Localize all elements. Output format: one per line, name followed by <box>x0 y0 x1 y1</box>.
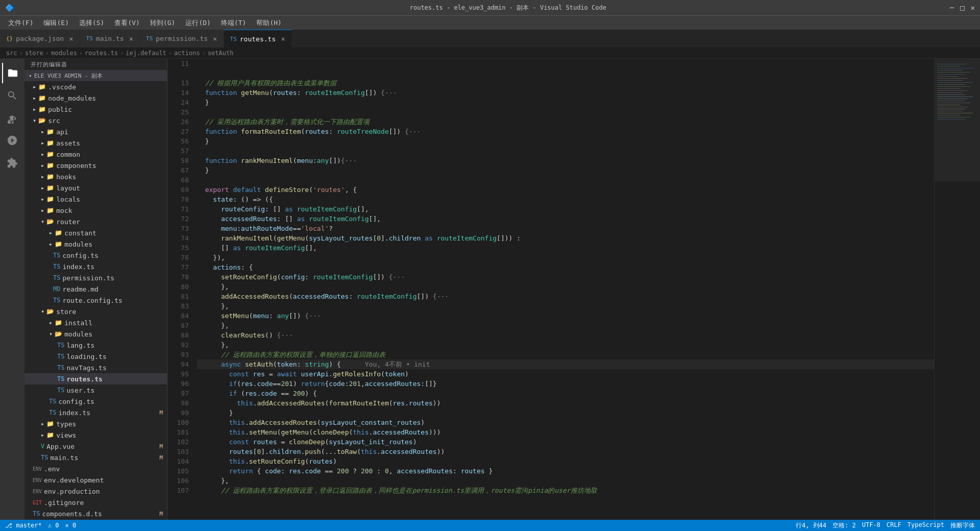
menu-view[interactable]: 查看(V) <box>110 17 143 29</box>
tree-label: navTags.ts <box>66 364 106 372</box>
tree-mock[interactable]: ▸ 📁 mock <box>24 205 167 216</box>
tree-layout[interactable]: ▸ 📁 layout <box>24 182 167 194</box>
minimize-button[interactable]: ─ <box>950 4 954 12</box>
breadcrumb-modules[interactable]: modules <box>51 50 77 57</box>
code-lines[interactable]: // 根据用户具有权限的路由表生成菜单数据 function getMenu(r… <box>193 59 934 520</box>
tree-env-dev[interactable]: ENV env.development <box>24 474 167 486</box>
tree-routes-ts-active[interactable]: TS routes.ts <box>24 373 167 384</box>
tab-close-package[interactable]: × <box>69 35 73 43</box>
code-line-68 <box>197 175 934 185</box>
extensions-icon[interactable] <box>2 153 22 173</box>
menu-file[interactable]: 文件(F) <box>4 17 37 29</box>
chevron-down-icon: ▾ <box>29 73 32 79</box>
tree-hooks[interactable]: ▸ 📁 hooks <box>24 171 167 182</box>
status-position[interactable]: 行4, 列44 <box>796 521 826 530</box>
code-line-69: export default defineStore('routes', { <box>197 185 934 195</box>
code-editor[interactable]: 11 13 14 24 25 26 27 56 57 58 67 68 69 7… <box>167 59 980 520</box>
ts-file-icon: TS <box>49 409 56 416</box>
tree-types[interactable]: ▸ 📁 types <box>24 418 167 429</box>
tree-locals[interactable]: ▸ 📁 locals <box>24 194 167 205</box>
tree-store[interactable]: ▾ 📂 store <box>24 306 167 317</box>
status-encoding[interactable]: UTF-8 <box>862 521 880 530</box>
tree-common[interactable]: ▸ 📁 common <box>24 149 167 160</box>
tree-public[interactable]: ▸ 📁 public <box>24 104 167 115</box>
tree-assets[interactable]: ▸ 📁 assets <box>24 137 167 149</box>
status-branch[interactable]: ⎇ master* <box>5 522 42 529</box>
tree-modules-store[interactable]: ▾ 📂 modules <box>24 328 167 340</box>
file-tree[interactable]: ▸ 📁 .vscode ▸ 📁 node_modules ▸ 📁 public … <box>24 81 167 520</box>
tree-components-dts[interactable]: TS components.d.ts M <box>24 508 167 519</box>
tree-config-ts-router[interactable]: TS config.ts <box>24 250 167 261</box>
git-icon[interactable] <box>2 108 22 128</box>
tree-main-ts[interactable]: TS main.ts M <box>24 452 167 463</box>
tree-config-ts-store[interactable]: TS config.ts <box>24 396 167 407</box>
tree-components[interactable]: ▸ 📁 components <box>24 160 167 171</box>
tree-permission-ts[interactable]: TS permission.ts <box>24 272 167 283</box>
tab-close-main[interactable]: × <box>129 35 133 43</box>
maximize-button[interactable]: □ <box>960 4 964 12</box>
status-spaces[interactable]: 空格: 2 <box>832 521 856 530</box>
tree-lang-ts[interactable]: TS lang.ts <box>24 340 167 351</box>
tree-index-ts-router[interactable]: TS index.ts <box>24 261 167 272</box>
search-icon[interactable] <box>2 85 22 106</box>
tree-app-vue[interactable]: V App.vue M <box>24 441 167 452</box>
code-line-92: }, <box>197 340 934 350</box>
tree-modules-router[interactable]: ▸ 📁 modules <box>24 238 167 250</box>
breadcrumb-routes[interactable]: routes.ts <box>85 50 118 57</box>
explorer-icon[interactable] <box>2 63 22 83</box>
breadcrumb-store[interactable]: store <box>25 50 43 57</box>
menu-terminal[interactable]: 终端(T) <box>217 17 250 29</box>
tree-node-modules[interactable]: ▸ 📁 node_modules <box>24 92 167 104</box>
tab-routes-ts[interactable]: TS routes.ts × <box>224 30 292 47</box>
status-language[interactable]: TypeScript <box>908 521 944 530</box>
activity-bar <box>0 59 24 520</box>
menu-help[interactable]: 帮助(H) <box>252 17 285 29</box>
window-controls[interactable]: ─ □ ✕ <box>950 4 975 12</box>
status-line-ending[interactable]: CRLF <box>887 521 901 530</box>
tree-index-ts-store[interactable]: TS index.ts M <box>24 407 167 418</box>
tab-label-package: package.json <box>16 35 64 42</box>
tree-install[interactable]: ▸ 📁 install <box>24 317 167 328</box>
tab-close-routes[interactable]: × <box>281 35 285 43</box>
tree-env[interactable]: ENV .env <box>24 463 167 474</box>
breadcrumb-setauth[interactable]: setAuth <box>208 50 234 57</box>
project-header[interactable]: ▾ ELE VUE3 ADMIN - 副本 <box>24 70 167 81</box>
tree-gitignore[interactable]: GIT .gitignore <box>24 497 167 508</box>
breadcrumb-actions[interactable]: actions <box>174 50 200 57</box>
git-file-icon: GIT <box>33 500 42 505</box>
tab-close-permission[interactable]: × <box>213 35 217 43</box>
debug-icon[interactable] <box>2 130 22 151</box>
tree-label: .vscode <box>48 83 76 91</box>
menu-run[interactable]: 运行(D) <box>181 17 214 29</box>
menu-edit[interactable]: 编辑(E) <box>39 17 72 29</box>
tab-package-json[interactable]: {} package.json × <box>0 30 80 47</box>
tree-vscode[interactable]: ▸ 📁 .vscode <box>24 81 167 92</box>
menu-goto[interactable]: 转到(G) <box>146 17 179 29</box>
code-line-25 <box>197 107 934 117</box>
tree-loading-ts[interactable]: TS loading.ts <box>24 351 167 362</box>
breadcrumb-iej[interactable]: iej.default <box>126 50 166 57</box>
tree-env-prod[interactable]: ENV env.production <box>24 486 167 497</box>
tree-readme-md[interactable]: MD readme.md <box>24 283 167 295</box>
tree-navtags-ts[interactable]: TS navTags.ts <box>24 362 167 373</box>
tree-api[interactable]: ▸ 📁 api <box>24 126 167 137</box>
status-font[interactable]: 推断字体 <box>950 521 975 530</box>
tab-main-ts[interactable]: TS main.ts × <box>80 30 140 47</box>
status-errors[interactable]: ✕ 0 <box>65 522 76 529</box>
tree-src[interactable]: ▾ 📂 src <box>24 115 167 126</box>
status-warnings[interactable]: ⚠ 0 <box>48 522 59 529</box>
menu-select[interactable]: 选择(S) <box>75 17 108 29</box>
editor-container: 11 13 14 24 25 26 27 56 57 58 67 68 69 7… <box>167 59 980 520</box>
tree-user-ts[interactable]: TS user.ts <box>24 384 167 396</box>
tab-permission-ts[interactable]: TS permission.ts × <box>140 30 224 47</box>
tree-views[interactable]: ▸ 📁 views <box>24 429 167 441</box>
code-line-94: async setAuth(token: string) { You, 4不前 … <box>197 359 934 369</box>
tree-label: permission.ts <box>62 274 114 282</box>
badge-m: M <box>159 409 163 416</box>
breadcrumb-src[interactable]: src <box>6 50 17 57</box>
tree-router[interactable]: ▾ 📂 router <box>24 216 167 227</box>
close-button[interactable]: ✕ <box>971 4 975 12</box>
tree-label: env.production <box>44 488 100 495</box>
tree-route-config-ts[interactable]: TS route.config.ts <box>24 295 167 306</box>
tree-constant[interactable]: ▸ 📁 constant <box>24 227 167 238</box>
